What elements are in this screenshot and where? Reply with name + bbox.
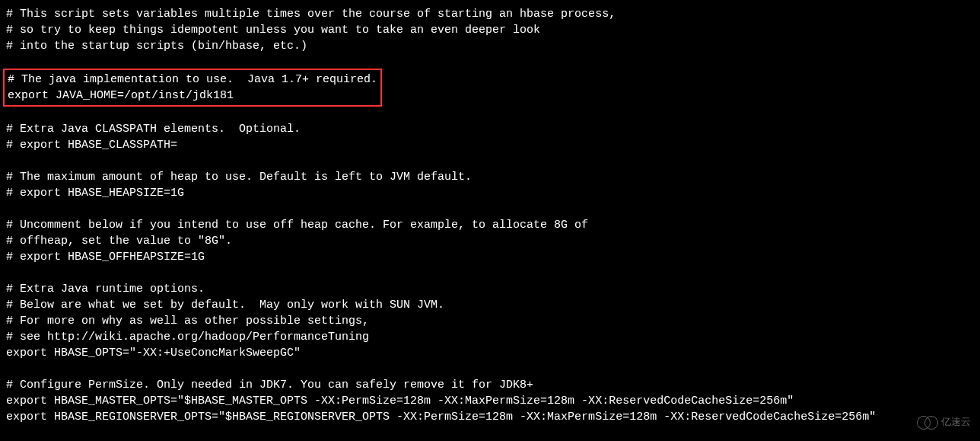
terminal-line: # offheap, set the value to "8G". <box>6 233 974 249</box>
terminal-line: # The java implementation to use. Java 1… <box>8 72 377 88</box>
terminal-line: # For more on why as well as other possi… <box>6 313 974 329</box>
terminal-line: # see http://wiki.apache.org/hadoop/Perf… <box>6 329 974 345</box>
blank-line <box>6 201 974 217</box>
terminal-line: # Extra Java CLASSPATH elements. Optiona… <box>6 121 974 137</box>
terminal-line: # Uncomment below if you intend to use o… <box>6 217 974 233</box>
terminal-line: # The maximum amount of heap to use. Def… <box>6 169 974 185</box>
terminal-line: # export HBASE_CLASSPATH= <box>6 137 974 153</box>
terminal-line: # export HBASE_HEAPSIZE=1G <box>6 185 974 201</box>
terminal-line: # Configure PermSize. Only needed in JDK… <box>6 377 974 393</box>
terminal-line: export JAVA_HOME=/opt/inst/jdk181 <box>8 88 377 104</box>
watermark-badge: 亿速云 <box>917 414 971 430</box>
cloud-icon <box>917 415 938 429</box>
terminal-line: export HBASE_MASTER_OPTS="$HBASE_MASTER_… <box>6 393 974 409</box>
terminal-viewport: # This script sets variables multiple ti… <box>6 6 974 425</box>
watermark-text: 亿速云 <box>941 414 971 430</box>
terminal-line: export HBASE_REGIONSERVER_OPTS="$HBASE_R… <box>6 409 974 425</box>
terminal-line: # This script sets variables multiple ti… <box>6 6 974 22</box>
terminal-line: # into the startup scripts (bin/hbase, e… <box>6 38 974 54</box>
terminal-line: # so try to keep things idempotent unles… <box>6 22 974 38</box>
blank-line <box>6 54 974 70</box>
highlighted-java-home-box: # The java implementation to use. Java 1… <box>3 69 382 107</box>
blank-line <box>6 265 974 281</box>
blank-line <box>6 361 974 377</box>
terminal-line: export HBASE_OPTS="-XX:+UseConcMarkSweep… <box>6 345 974 361</box>
terminal-line: # export HBASE_OFFHEAPSIZE=1G <box>6 249 974 265</box>
terminal-line: # Extra Java runtime options. <box>6 281 974 297</box>
blank-line <box>6 105 974 121</box>
blank-line <box>6 153 974 169</box>
terminal-line: # Below are what we set by default. May … <box>6 297 974 313</box>
